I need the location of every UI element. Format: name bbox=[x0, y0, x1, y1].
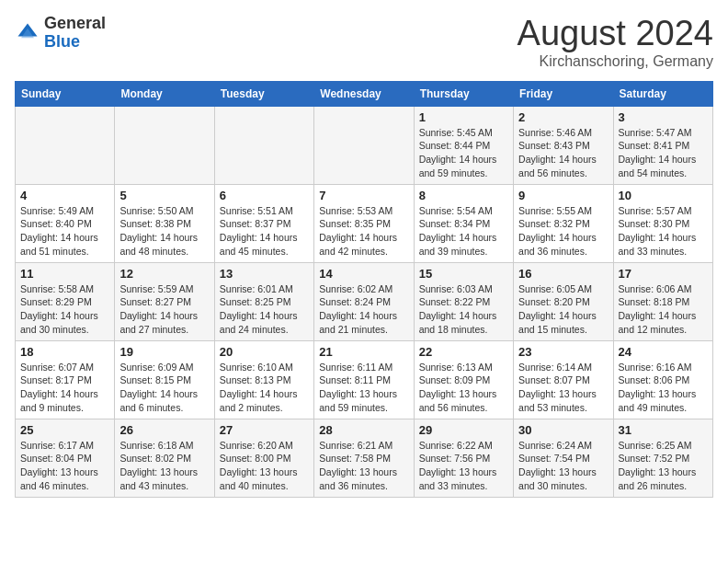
calendar-week-3: 11Sunrise: 5:58 AMSunset: 8:29 PMDayligh… bbox=[16, 262, 713, 340]
calendar-cell: 3Sunrise: 5:47 AMSunset: 8:41 PMDaylight… bbox=[613, 106, 712, 184]
logo-icon bbox=[15, 20, 40, 46]
day-number: 28 bbox=[319, 423, 408, 437]
calendar-cell: 15Sunrise: 6:03 AMSunset: 8:22 PMDayligh… bbox=[414, 262, 513, 340]
day-info: Sunrise: 5:58 AMSunset: 8:29 PMDaylight:… bbox=[20, 282, 109, 337]
day-number: 4 bbox=[20, 189, 109, 202]
day-number: 25 bbox=[20, 423, 109, 437]
calendar-cell: 14Sunrise: 6:02 AMSunset: 8:24 PMDayligh… bbox=[314, 262, 414, 340]
calendar-week-4: 18Sunrise: 6:07 AMSunset: 8:17 PMDayligh… bbox=[16, 340, 713, 419]
month-year-title: August 2024 bbox=[518, 15, 713, 53]
day-number: 10 bbox=[619, 189, 708, 202]
day-info: Sunrise: 6:07 AMSunset: 8:17 PMDaylight:… bbox=[20, 361, 109, 415]
day-info: Sunrise: 6:14 AMSunset: 8:07 PMDaylight:… bbox=[518, 361, 608, 415]
calendar-cell: 16Sunrise: 6:05 AMSunset: 8:20 PMDayligh… bbox=[514, 262, 613, 340]
day-number: 15 bbox=[419, 267, 508, 281]
calendar-cell: 4Sunrise: 5:49 AMSunset: 8:40 PMDaylight… bbox=[16, 184, 115, 262]
calendar-cell: 25Sunrise: 6:17 AMSunset: 8:04 PMDayligh… bbox=[16, 419, 115, 497]
calendar-week-2: 4Sunrise: 5:49 AMSunset: 8:40 PMDaylight… bbox=[16, 184, 713, 262]
day-number: 13 bbox=[220, 267, 309, 281]
day-number: 1 bbox=[419, 110, 508, 124]
weekday-header-row: SundayMondayTuesdayWednesdayThursdayFrid… bbox=[16, 81, 713, 106]
day-info: Sunrise: 6:10 AMSunset: 8:13 PMDaylight:… bbox=[220, 361, 309, 415]
calendar-cell: 7Sunrise: 5:53 AMSunset: 8:35 PMDaylight… bbox=[314, 184, 414, 262]
day-info: Sunrise: 6:25 AMSunset: 7:52 PMDaylight:… bbox=[619, 439, 708, 493]
day-number: 27 bbox=[220, 423, 309, 437]
calendar-week-5: 25Sunrise: 6:17 AMSunset: 8:04 PMDayligh… bbox=[16, 419, 713, 497]
calendar-cell: 1Sunrise: 5:45 AMSunset: 8:44 PMDaylight… bbox=[414, 106, 513, 184]
weekday-header-monday: Monday bbox=[115, 81, 214, 106]
day-number: 17 bbox=[619, 267, 708, 281]
day-info: Sunrise: 6:05 AMSunset: 8:20 PMDaylight:… bbox=[518, 282, 608, 337]
day-info: Sunrise: 6:09 AMSunset: 8:15 PMDaylight:… bbox=[119, 361, 209, 415]
day-info: Sunrise: 5:51 AMSunset: 8:37 PMDaylight:… bbox=[220, 204, 309, 259]
day-info: Sunrise: 6:20 AMSunset: 8:00 PMDaylight:… bbox=[220, 439, 309, 493]
day-info: Sunrise: 6:17 AMSunset: 8:04 PMDaylight:… bbox=[20, 439, 109, 493]
day-info: Sunrise: 6:24 AMSunset: 7:54 PMDaylight:… bbox=[518, 439, 608, 493]
day-number: 18 bbox=[20, 345, 109, 359]
calendar-cell: 20Sunrise: 6:10 AMSunset: 8:13 PMDayligh… bbox=[214, 340, 313, 419]
day-info: Sunrise: 5:49 AMSunset: 8:40 PMDaylight:… bbox=[20, 204, 109, 259]
calendar-cell: 26Sunrise: 6:18 AMSunset: 8:02 PMDayligh… bbox=[115, 419, 214, 497]
day-number: 26 bbox=[119, 423, 209, 437]
day-number: 3 bbox=[619, 110, 708, 124]
day-number: 29 bbox=[419, 423, 508, 437]
day-number: 9 bbox=[518, 189, 608, 202]
calendar-cell: 11Sunrise: 5:58 AMSunset: 8:29 PMDayligh… bbox=[16, 262, 115, 340]
day-number: 12 bbox=[119, 267, 209, 281]
day-info: Sunrise: 5:59 AMSunset: 8:27 PMDaylight:… bbox=[119, 282, 209, 337]
calendar-cell bbox=[16, 106, 115, 184]
day-number: 20 bbox=[220, 345, 309, 359]
calendar-cell: 30Sunrise: 6:24 AMSunset: 7:54 PMDayligh… bbox=[514, 419, 613, 497]
calendar-cell: 24Sunrise: 6:16 AMSunset: 8:06 PMDayligh… bbox=[613, 340, 712, 419]
calendar-cell: 13Sunrise: 6:01 AMSunset: 8:25 PMDayligh… bbox=[214, 262, 313, 340]
location-subtitle: Kirchanschoring, Germany bbox=[518, 53, 713, 70]
calendar-cell bbox=[214, 106, 313, 184]
day-info: Sunrise: 6:21 AMSunset: 7:58 PMDaylight:… bbox=[319, 439, 408, 493]
calendar-table: SundayMondayTuesdayWednesdayThursdayFrid… bbox=[15, 81, 713, 498]
day-number: 21 bbox=[319, 345, 408, 359]
weekday-header-wednesday: Wednesday bbox=[314, 81, 414, 106]
weekday-header-sunday: Sunday bbox=[16, 81, 115, 106]
day-info: Sunrise: 5:50 AMSunset: 8:38 PMDaylight:… bbox=[119, 204, 209, 259]
day-info: Sunrise: 6:18 AMSunset: 8:02 PMDaylight:… bbox=[119, 439, 209, 493]
calendar-cell: 2Sunrise: 5:46 AMSunset: 8:43 PMDaylight… bbox=[514, 106, 613, 184]
day-info: Sunrise: 5:57 AMSunset: 8:30 PMDaylight:… bbox=[619, 204, 708, 259]
day-info: Sunrise: 6:02 AMSunset: 8:24 PMDaylight:… bbox=[319, 282, 408, 337]
day-number: 22 bbox=[419, 345, 508, 359]
day-number: 8 bbox=[419, 189, 508, 202]
calendar-cell: 22Sunrise: 6:13 AMSunset: 8:09 PMDayligh… bbox=[414, 340, 513, 419]
logo: General Blue bbox=[15, 15, 106, 52]
day-number: 30 bbox=[518, 423, 608, 437]
calendar-cell bbox=[314, 106, 414, 184]
logo-blue-text: Blue bbox=[44, 33, 106, 52]
calendar-cell: 27Sunrise: 6:20 AMSunset: 8:00 PMDayligh… bbox=[214, 419, 313, 497]
day-info: Sunrise: 5:46 AMSunset: 8:43 PMDaylight:… bbox=[518, 126, 608, 180]
calendar-cell: 12Sunrise: 5:59 AMSunset: 8:27 PMDayligh… bbox=[115, 262, 214, 340]
calendar-cell: 10Sunrise: 5:57 AMSunset: 8:30 PMDayligh… bbox=[613, 184, 712, 262]
day-number: 2 bbox=[518, 110, 608, 124]
day-info: Sunrise: 5:55 AMSunset: 8:32 PMDaylight:… bbox=[518, 204, 608, 259]
day-info: Sunrise: 6:13 AMSunset: 8:09 PMDaylight:… bbox=[419, 361, 508, 415]
calendar-cell: 6Sunrise: 5:51 AMSunset: 8:37 PMDaylight… bbox=[214, 184, 313, 262]
calendar-cell: 21Sunrise: 6:11 AMSunset: 8:11 PMDayligh… bbox=[314, 340, 414, 419]
calendar-cell: 23Sunrise: 6:14 AMSunset: 8:07 PMDayligh… bbox=[514, 340, 613, 419]
calendar-cell: 18Sunrise: 6:07 AMSunset: 8:17 PMDayligh… bbox=[16, 340, 115, 419]
calendar-cell: 29Sunrise: 6:22 AMSunset: 7:56 PMDayligh… bbox=[414, 419, 513, 497]
day-info: Sunrise: 5:45 AMSunset: 8:44 PMDaylight:… bbox=[419, 126, 508, 180]
day-info: Sunrise: 5:53 AMSunset: 8:35 PMDaylight:… bbox=[319, 204, 408, 259]
calendar-week-1: 1Sunrise: 5:45 AMSunset: 8:44 PMDaylight… bbox=[16, 106, 713, 184]
title-block: August 2024 Kirchanschoring, Germany bbox=[518, 15, 713, 70]
weekday-header-thursday: Thursday bbox=[414, 81, 513, 106]
calendar-cell: 8Sunrise: 5:54 AMSunset: 8:34 PMDaylight… bbox=[414, 184, 513, 262]
weekday-header-tuesday: Tuesday bbox=[214, 81, 313, 106]
page-header: General Blue August 2024 Kirchanschoring… bbox=[15, 15, 713, 70]
calendar-cell: 9Sunrise: 5:55 AMSunset: 8:32 PMDaylight… bbox=[514, 184, 613, 262]
calendar-cell bbox=[115, 106, 214, 184]
day-number: 14 bbox=[319, 267, 408, 281]
day-number: 11 bbox=[20, 267, 109, 281]
day-info: Sunrise: 5:47 AMSunset: 8:41 PMDaylight:… bbox=[619, 126, 708, 180]
day-info: Sunrise: 6:06 AMSunset: 8:18 PMDaylight:… bbox=[619, 282, 708, 337]
calendar-cell: 31Sunrise: 6:25 AMSunset: 7:52 PMDayligh… bbox=[613, 419, 712, 497]
day-number: 16 bbox=[518, 267, 608, 281]
day-info: Sunrise: 6:01 AMSunset: 8:25 PMDaylight:… bbox=[220, 282, 309, 337]
